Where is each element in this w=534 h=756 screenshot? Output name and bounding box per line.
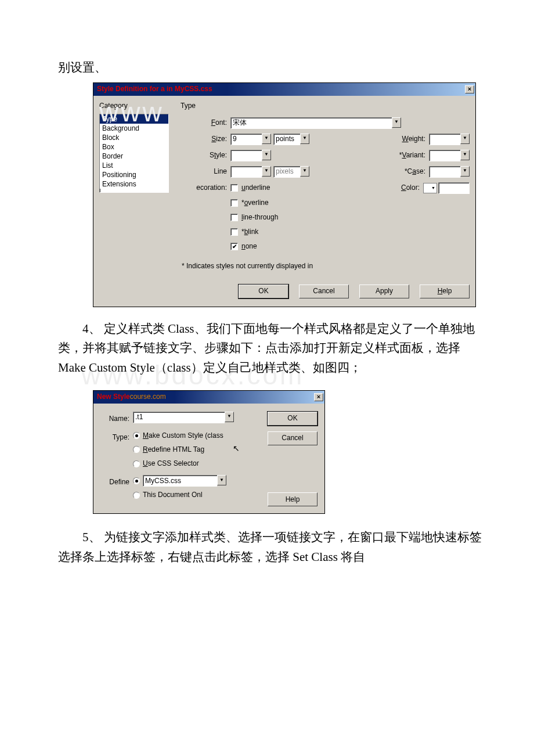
case-combo[interactable]: ▼ (429, 166, 470, 178)
line-label: Line (181, 166, 230, 177)
define-input[interactable]: MyCSS.css (143, 475, 217, 487)
style-definition-dialog: www Style Definition for a in MyCSS.css … (93, 82, 476, 307)
body-text-fragment: 别设置、 (58, 58, 482, 78)
chevron-down-icon[interactable]: ▼ (460, 134, 470, 144)
cancel-button[interactable]: Cancel (268, 431, 317, 445)
define-label: Define (100, 475, 133, 488)
line-input[interactable] (230, 166, 262, 178)
blink-label: *blink (241, 226, 258, 237)
size-input[interactable]: 9 (230, 134, 262, 145)
chevron-down-icon[interactable]: ▼ (217, 475, 226, 485)
chevron-down-icon[interactable]: ▼ (460, 166, 470, 177)
radio-label: Make Custom Style (class (143, 430, 223, 441)
paragraph-5: 5、 为链接文字添加样式类、选择一项链接文字，在窗口最下端地快速标签选择条上选择… (58, 528, 482, 567)
dialog-titlebar: New Stylecourse.com × (93, 391, 324, 404)
define-doc-radio[interactable]: This Document Onl (133, 489, 226, 501)
close-icon[interactable]: × (314, 393, 323, 401)
list-item[interactable]: Block (100, 133, 168, 142)
weight-input[interactable] (429, 134, 460, 145)
list-item[interactable]: Extensions (100, 179, 168, 189)
size-combo[interactable]: 9 ▼ (230, 134, 271, 145)
name-combo[interactable]: .t1 ▼ (133, 412, 234, 423)
type-redefine-radio[interactable]: Redefine HTML Tag (133, 444, 223, 455)
style-label: Style: (181, 150, 230, 161)
size-unit-combo[interactable]: points ▼ (273, 134, 309, 145)
variant-input[interactable] (429, 150, 460, 161)
name-label: Name: (100, 412, 133, 424)
type-heading: Type (181, 100, 470, 111)
underline-checkbox[interactable] (230, 184, 238, 192)
ok-button[interactable]: OK (268, 412, 317, 426)
category-listbox[interactable]: Type Background Block Box Border List Po… (99, 114, 169, 193)
chevron-down-icon[interactable]: ▼ (262, 134, 271, 144)
apply-button[interactable]: Apply (359, 285, 409, 298)
line-unit-combo: pixels ▼ (273, 166, 309, 178)
font-label: FFont:ont: (181, 117, 230, 128)
list-item[interactable]: Background (100, 124, 168, 133)
line-unit: pixels (273, 166, 300, 178)
chevron-down-icon[interactable]: ▼ (300, 134, 309, 144)
type-make-radio[interactable]: Make Custom Style (class (133, 430, 223, 441)
size-unit[interactable]: points (273, 134, 300, 145)
paragraph-4: 4、 定义样式类 Class、我们下面地每一个样式风格都是定义了一个单独地类，并… (58, 319, 482, 378)
define-file-radio[interactable]: MyCSS.css ▼ (133, 475, 226, 487)
new-style-dialog: New Stylecourse.com × Name: .t1 ▼ Type: (93, 390, 325, 514)
chevron-down-icon[interactable]: ▼ (262, 150, 271, 160)
color-input[interactable] (438, 182, 470, 194)
style-combo[interactable]: ▼ (230, 150, 271, 161)
dialog-titlebar: Style Definition for a in MyCSS.css × (93, 83, 475, 96)
help-button[interactable]: Help (268, 492, 317, 506)
chevron-down-icon[interactable]: ▼ (460, 150, 470, 160)
list-item[interactable]: Box (100, 142, 168, 152)
variant-combo[interactable]: ▼ (429, 150, 470, 161)
style-input[interactable] (230, 150, 262, 161)
ok-button[interactable]: OK (239, 285, 288, 298)
case-input[interactable] (429, 166, 460, 178)
radio-label: Redefine HTML Tag (143, 444, 204, 455)
list-item[interactable]: List (100, 161, 168, 170)
define-combo[interactable]: MyCSS.css ▼ (143, 475, 226, 487)
line-combo[interactable]: ▼ (230, 166, 271, 178)
underline-label: underline (241, 182, 270, 193)
radio-label: This Document Onl (143, 489, 203, 501)
font-input[interactable]: 宋体 (230, 117, 392, 129)
dialog-title: Style Definition for a in MyCSS.css (97, 84, 465, 95)
weight-combo[interactable]: ▼ (429, 134, 470, 145)
overline-label: *overline (241, 197, 269, 208)
case-label: *Case: (388, 166, 429, 177)
weight-label: Weight: (388, 134, 429, 145)
none-label: none (241, 241, 257, 252)
category-heading: Category (99, 100, 175, 111)
dialog-title: New Stylecourse.com (97, 391, 314, 402)
font-combo[interactable]: 宋体 ▼ (230, 117, 401, 129)
none-checkbox[interactable]: ✔ (230, 243, 238, 250)
linethrough-checkbox[interactable] (230, 214, 238, 221)
color-label: Color: (392, 182, 423, 193)
blink-checkbox[interactable] (230, 228, 238, 236)
close-icon[interactable]: × (465, 85, 474, 93)
size-label: Size: (181, 134, 230, 145)
note-text: * Indicates styles not currently display… (181, 258, 470, 278)
type-label: Type: (100, 430, 133, 443)
help-button[interactable]: Help (420, 285, 470, 298)
name-input[interactable]: .t1 (133, 412, 225, 423)
radio-label: Use CSS Selector (143, 458, 199, 469)
cancel-button[interactable]: Cancel (299, 285, 349, 298)
color-swatch[interactable]: ▼ (423, 183, 437, 193)
list-item[interactable]: Type (100, 114, 168, 124)
list-item[interactable]: Border (100, 152, 168, 161)
chevron-down-icon[interactable]: ▼ (392, 117, 401, 128)
list-item[interactable]: Positioning (100, 170, 168, 179)
chevron-down-icon[interactable]: ▼ (262, 166, 271, 177)
linethrough-label: line-through (241, 212, 278, 223)
decoration-label: ecoration: (181, 182, 230, 193)
type-selector-radio[interactable]: Use CSS Selector (133, 458, 223, 469)
chevron-down-icon: ▼ (300, 166, 309, 177)
variant-label: *Variant: (388, 150, 429, 161)
overline-checkbox[interactable] (230, 199, 238, 207)
chevron-down-icon[interactable]: ▼ (225, 412, 234, 422)
